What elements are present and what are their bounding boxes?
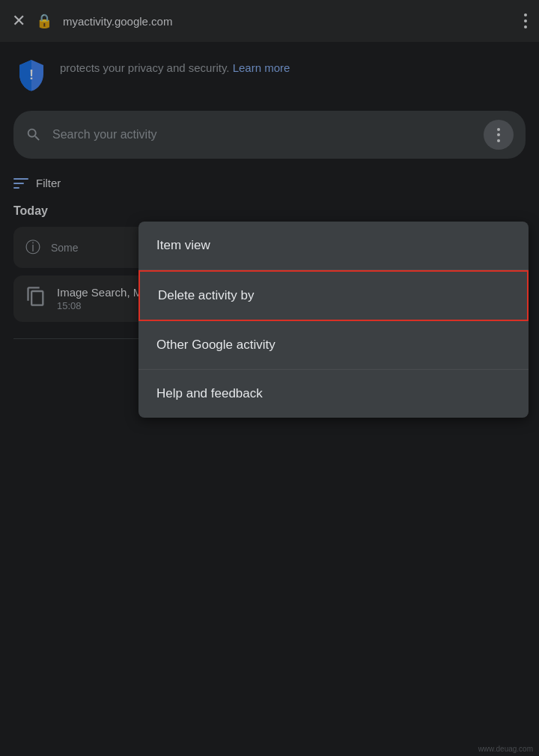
dropdown-item-other[interactable]: Other Google activity: [138, 321, 529, 370]
dropdown-menu: Item view Delete activity by Other Googl…: [138, 222, 529, 418]
dropdown-item-view[interactable]: Item view: [138, 222, 529, 270]
dropdown-item-delete[interactable]: Delete activity by: [138, 270, 529, 321]
dropdown-item-help[interactable]: Help and feedback: [138, 370, 529, 418]
